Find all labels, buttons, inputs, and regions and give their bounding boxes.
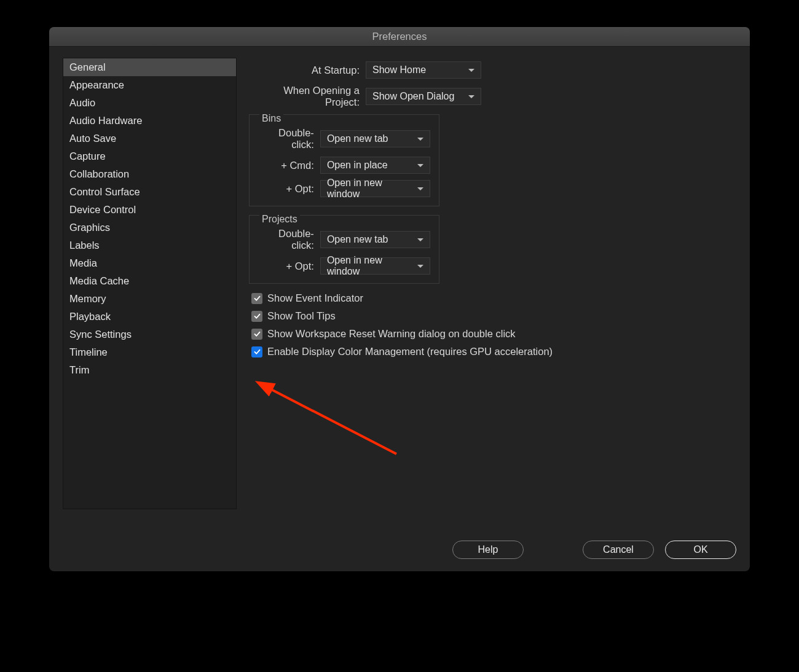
projects-legend: Projects bbox=[259, 214, 300, 225]
sidebar-item-general[interactable]: General bbox=[63, 58, 236, 76]
chevron-down-icon bbox=[417, 265, 423, 268]
open-project-select[interactable]: Show Open Dialog bbox=[366, 88, 481, 105]
sidebar: General Appearance Audio Audio Hardware … bbox=[63, 58, 237, 509]
projects-double-click-label: Double-click: bbox=[258, 228, 314, 251]
at-startup-value: Show Home bbox=[372, 64, 426, 76]
sidebar-item-device-control[interactable]: Device Control bbox=[63, 201, 236, 219]
projects-double-click-select[interactable]: Open new tab bbox=[320, 231, 430, 248]
chevron-down-icon bbox=[417, 164, 423, 167]
checkbox-event-indicator[interactable]: Show Event Indicator bbox=[251, 292, 736, 304]
bins-opt-label: + Opt: bbox=[258, 183, 314, 195]
checkbox-icon bbox=[251, 329, 262, 340]
at-startup-label: At Startup: bbox=[249, 64, 360, 76]
sidebar-item-graphics[interactable]: Graphics bbox=[63, 219, 236, 236]
sidebar-item-trim[interactable]: Trim bbox=[63, 361, 236, 379]
cancel-button[interactable]: Cancel bbox=[583, 541, 654, 559]
titlebar: Preferences bbox=[49, 27, 750, 47]
sidebar-item-media[interactable]: Media bbox=[63, 254, 236, 272]
checkbox-workspace-reset[interactable]: Show Workspace Reset Warning dialog on d… bbox=[251, 328, 736, 340]
projects-opt-label: + Opt: bbox=[258, 260, 314, 272]
sidebar-item-audio-hardware[interactable]: Audio Hardware bbox=[63, 112, 236, 130]
chevron-down-icon bbox=[468, 95, 474, 98]
bins-group: Bins Double-click: Open new tab + Cmd: O… bbox=[249, 114, 439, 206]
bins-cmd-select[interactable]: Open in place bbox=[320, 157, 430, 174]
chevron-down-icon bbox=[417, 238, 423, 241]
checkbox-label: Show Tool Tips bbox=[267, 310, 336, 322]
projects-opt-select[interactable]: Open in new window bbox=[320, 257, 430, 275]
chevron-down-icon bbox=[468, 69, 474, 72]
sidebar-item-media-cache[interactable]: Media Cache bbox=[63, 272, 236, 290]
ok-button[interactable]: OK bbox=[665, 541, 736, 559]
checkbox-label: Show Workspace Reset Warning dialog on d… bbox=[267, 328, 516, 340]
sidebar-item-collaboration[interactable]: Collaboration bbox=[63, 165, 236, 183]
footer: Help Cancel OK bbox=[63, 532, 736, 559]
sidebar-item-playback[interactable]: Playback bbox=[63, 308, 236, 326]
general-panel: At Startup: Show Home When Opening a Pro… bbox=[249, 58, 736, 532]
help-button[interactable]: Help bbox=[452, 541, 524, 559]
open-project-value: Show Open Dialog bbox=[372, 91, 454, 102]
checkbox-icon bbox=[251, 293, 262, 304]
checkbox-color-management[interactable]: Enable Display Color Management (require… bbox=[251, 346, 736, 357]
sidebar-item-auto-save[interactable]: Auto Save bbox=[63, 130, 236, 147]
sidebar-item-memory[interactable]: Memory bbox=[63, 290, 236, 308]
sidebar-item-control-surface[interactable]: Control Surface bbox=[63, 183, 236, 201]
sidebar-item-capture[interactable]: Capture bbox=[63, 147, 236, 165]
open-project-label: When Opening a Project: bbox=[249, 85, 360, 108]
sidebar-item-timeline[interactable]: Timeline bbox=[63, 343, 236, 361]
bins-double-click-select[interactable]: Open new tab bbox=[320, 130, 430, 147]
preferences-window: Preferences General Appearance Audio Aud… bbox=[49, 27, 750, 571]
bins-double-click-label: Double-click: bbox=[258, 127, 314, 150]
checkbox-icon bbox=[251, 346, 262, 357]
bins-legend: Bins bbox=[259, 113, 283, 124]
checkbox-label: Enable Display Color Management (require… bbox=[267, 346, 553, 357]
chevron-down-icon bbox=[417, 138, 423, 141]
sidebar-item-audio[interactable]: Audio bbox=[63, 94, 236, 112]
bins-opt-select[interactable]: Open in new window bbox=[320, 180, 430, 197]
sidebar-item-appearance[interactable]: Appearance bbox=[63, 76, 236, 94]
chevron-down-icon bbox=[417, 187, 423, 190]
projects-group: Projects Double-click: Open new tab + Op… bbox=[249, 215, 439, 284]
checkbox-label: Show Event Indicator bbox=[267, 292, 363, 304]
at-startup-select[interactable]: Show Home bbox=[366, 61, 481, 79]
sidebar-item-sync-settings[interactable]: Sync Settings bbox=[63, 326, 236, 343]
window-title: Preferences bbox=[372, 31, 427, 42]
sidebar-item-labels[interactable]: Labels bbox=[63, 236, 236, 254]
checkbox-icon bbox=[251, 311, 262, 322]
bins-cmd-label: + Cmd: bbox=[258, 160, 314, 171]
checkbox-tool-tips[interactable]: Show Tool Tips bbox=[251, 310, 736, 322]
